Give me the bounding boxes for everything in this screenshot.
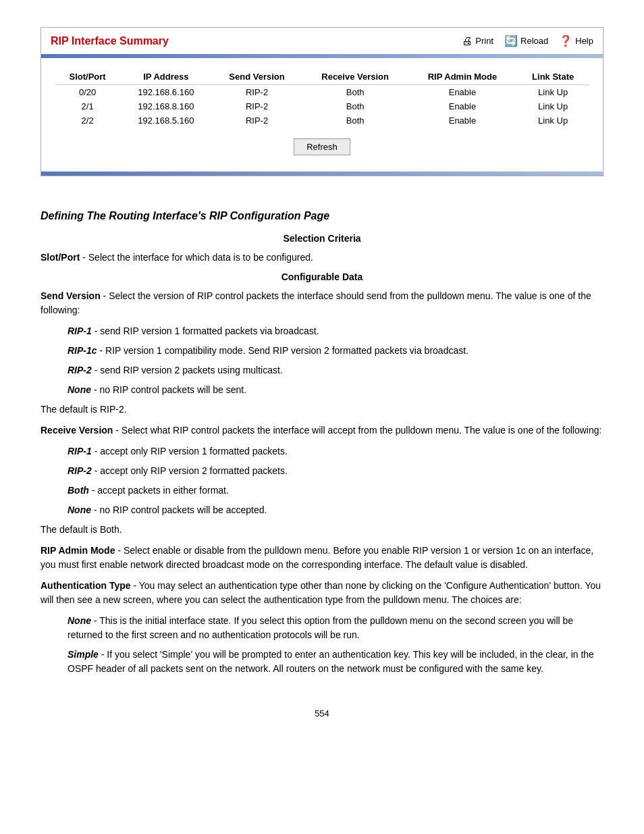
panel-bottom-bar — [41, 172, 603, 176]
summary-table: Slot/Port IP Address Send Version Receiv… — [55, 69, 589, 128]
table-cell: 2/1 — [55, 99, 120, 113]
doc-section: Defining The Routing Interface's RIP Con… — [41, 203, 603, 688]
recv-rip1-text: - accept only RIP version 1 formatted pa… — [92, 446, 288, 457]
rip1-label: RIP-1 — [68, 325, 92, 336]
configurable-data-heading: Configurable Data — [41, 271, 603, 282]
auth-type-label: Authentication Type — [41, 580, 131, 591]
reload-action[interactable]: Reload — [504, 34, 548, 47]
default-rip2-para: The default is RIP-2. — [41, 402, 603, 417]
help-label: Help — [575, 36, 593, 46]
table-cell: RIP-2 — [211, 99, 302, 113]
recv-rip2-text: - accept only RIP version 2 formatted pa… — [92, 465, 288, 476]
table-header-row: Slot/Port IP Address Send Version Receiv… — [55, 69, 589, 85]
rip1-indent: RIP-1 - send RIP version 1 formatted pac… — [68, 324, 603, 338]
recv-rip2-indent: RIP-2 - accept only RIP version 2 format… — [68, 464, 603, 478]
none1-indent: None - no RIP control packets will be se… — [68, 383, 603, 397]
rip2-label: RIP-2 — [68, 365, 92, 375]
col-send-version: Send Version — [211, 69, 302, 85]
table-cell: 192.168.5.160 — [120, 113, 211, 128]
receive-version-label: Receive Version — [41, 425, 113, 436]
col-rip-admin-mode: RIP Admin Mode — [408, 69, 517, 85]
table-cell: 192.168.6.160 — [120, 85, 211, 100]
auth-simple-text: - If you select 'Simple' you will be pro… — [68, 649, 594, 674]
col-ip-address: IP Address — [120, 69, 211, 85]
recv-rip1-indent: RIP-1 - accept only RIP version 1 format… — [68, 444, 603, 459]
send-version-text: - Select the version of RIP control pack… — [41, 290, 591, 315]
send-version-para: Send Version - Select the version of RIP… — [41, 289, 603, 317]
rip1-text: - send RIP version 1 formatted packets v… — [92, 325, 319, 336]
table-row: 2/1192.168.8.160RIP-2BothEnableLink Up — [55, 99, 589, 113]
selection-criteria-heading: Selection Criteria — [41, 233, 603, 244]
col-receive-version: Receive Version — [302, 69, 408, 85]
table-cell: RIP-2 — [211, 113, 302, 128]
rip-admin-para: RIP Admin Mode - Select enable or disabl… — [41, 544, 603, 572]
auth-simple-label: Simple — [68, 649, 99, 660]
rip1c-indent: RIP-1c - RIP version 1 compatibility mod… — [68, 344, 603, 358]
print-icon — [462, 35, 473, 47]
both-indent: Both - accept packets in either format. — [68, 484, 603, 498]
both-text: - accept packets in either format. — [89, 485, 229, 496]
slot-port-label: Slot/Port — [41, 252, 80, 263]
table-row: 2/2192.168.5.160RIP-2BothEnableLink Up — [55, 113, 589, 128]
table-cell: 0/20 — [55, 85, 120, 100]
table-cell: Both — [302, 85, 408, 100]
print-action[interactable]: Print — [462, 35, 493, 47]
table-cell: 192.168.8.160 — [120, 99, 211, 113]
none1-text: - no RIP control packets will be sent. — [91, 384, 246, 395]
rip1c-label: RIP-1c — [68, 345, 97, 356]
table-cell: Enable — [408, 99, 517, 113]
panel-header: RIP Interface Summary Print Reload Help — [41, 28, 603, 54]
table-cell: Link Up — [516, 99, 589, 113]
send-version-label: Send Version — [41, 290, 101, 301]
rip2-indent: RIP-2 - send RIP version 2 packets using… — [68, 363, 603, 377]
table-cell: Both — [302, 113, 408, 128]
none2-text: - no RIP control packets will be accepte… — [91, 504, 267, 515]
table-cell: 2/2 — [55, 113, 120, 128]
refresh-button[interactable]: Refresh — [294, 138, 350, 155]
receive-version-text: - Select what RIP control packets the in… — [113, 425, 601, 436]
receive-version-para: Receive Version - Select what RIP contro… — [41, 423, 603, 438]
table-cell: Enable — [408, 85, 517, 100]
reload-icon — [504, 34, 518, 47]
panel-actions: Print Reload Help — [462, 34, 593, 47]
panel-body: Slot/Port IP Address Send Version Receiv… — [41, 58, 603, 172]
col-slot-port: Slot/Port — [55, 69, 120, 85]
auth-simple-indent: Simple - If you select 'Simple' you will… — [68, 648, 603, 676]
none2-label: None — [68, 504, 91, 515]
panel-title: RIP Interface Summary — [51, 35, 169, 47]
recv-rip2-label: RIP-2 — [68, 465, 92, 476]
auth-none-text: - This is the initial interface state. I… — [68, 615, 573, 640]
print-label: Print — [475, 36, 493, 46]
auth-none-indent: None - This is the initial interface sta… — [68, 614, 603, 642]
both-label: Both — [68, 485, 89, 496]
help-icon — [559, 34, 572, 47]
table-row: 0/20192.168.6.160RIP-2BothEnableLink Up — [55, 85, 589, 100]
page-number: 554 — [41, 708, 603, 719]
none1-label: None — [68, 384, 91, 395]
doc-title: Defining The Routing Interface's RIP Con… — [41, 210, 603, 222]
refresh-row: Refresh — [55, 128, 589, 161]
none2-indent: None - no RIP control packets will be ac… — [68, 503, 603, 517]
slot-port-para: Slot/Port - Select the interface for whi… — [41, 251, 603, 265]
table-cell: Link Up — [516, 85, 589, 100]
default-both-para: The default is Both. — [41, 523, 603, 537]
table-cell: RIP-2 — [211, 85, 302, 100]
table-cell: Link Up — [516, 113, 589, 128]
rip-admin-label: RIP Admin Mode — [41, 545, 115, 556]
col-link-state: Link State — [516, 69, 589, 85]
slot-port-text: - Select the interface for which data is… — [80, 252, 313, 263]
rip2-text: - send RIP version 2 packets using multi… — [92, 365, 283, 375]
help-action[interactable]: Help — [559, 34, 593, 47]
rip-admin-text: - Select enable or disable from the pull… — [41, 545, 593, 570]
table-cell: Both — [302, 99, 408, 113]
reload-label: Reload — [520, 36, 548, 46]
auth-type-para: Authentication Type - You may select an … — [41, 579, 603, 607]
table-cell: Enable — [408, 113, 517, 128]
auth-none-label: None — [68, 615, 91, 626]
recv-rip1-label: RIP-1 — [68, 446, 92, 457]
rip-interface-summary-panel: RIP Interface Summary Print Reload Help … — [41, 27, 603, 176]
rip1c-text: - RIP version 1 compatibility mode. Send… — [97, 345, 468, 356]
